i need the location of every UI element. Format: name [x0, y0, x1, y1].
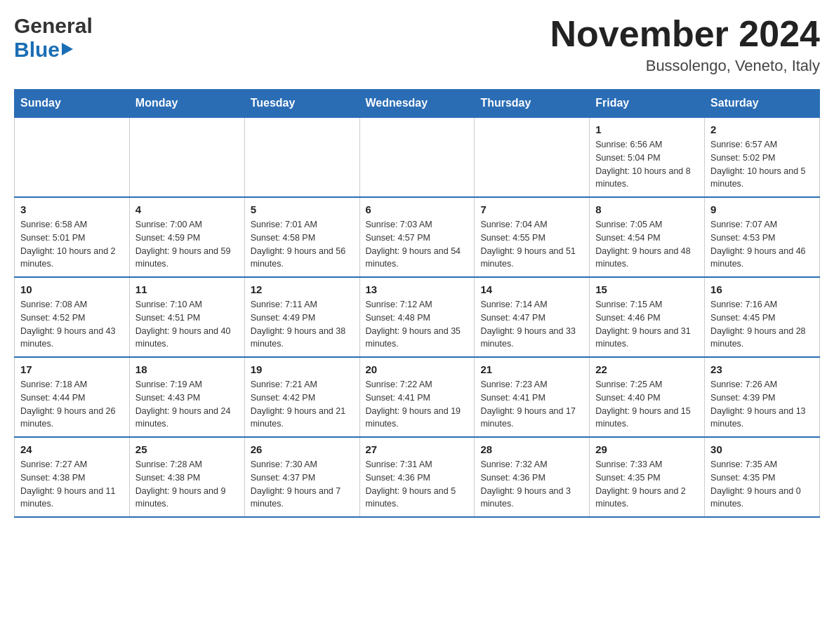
day-number: 24 — [20, 443, 124, 455]
day-info: Sunrise: 7:26 AMSunset: 4:39 PMDaylight:… — [710, 378, 814, 431]
month-title: November 2024 — [550, 14, 820, 54]
calendar-week-row: 10Sunrise: 7:08 AMSunset: 4:52 PMDayligh… — [15, 277, 820, 357]
day-info: Sunrise: 7:14 AMSunset: 4:47 PMDaylight:… — [480, 298, 583, 351]
calendar-cell: 30Sunrise: 7:35 AMSunset: 4:35 PMDayligh… — [705, 437, 820, 517]
calendar-cell: 24Sunrise: 7:27 AMSunset: 4:38 PMDayligh… — [15, 437, 130, 517]
day-info: Sunrise: 7:01 AMSunset: 4:58 PMDaylight:… — [251, 218, 354, 271]
page-header: General Blue November 2024 Bussolengo, V… — [14, 14, 820, 75]
day-number: 30 — [710, 443, 814, 455]
calendar-cell: 8Sunrise: 7:05 AMSunset: 4:54 PMDaylight… — [590, 197, 705, 277]
calendar-cell: 18Sunrise: 7:19 AMSunset: 4:43 PMDayligh… — [129, 357, 244, 437]
day-info: Sunrise: 7:11 AMSunset: 4:49 PMDaylight:… — [251, 298, 354, 351]
calendar-cell: 23Sunrise: 7:26 AMSunset: 4:39 PMDayligh… — [705, 357, 820, 437]
day-number: 13 — [366, 283, 469, 295]
calendar-cell: 1Sunrise: 6:56 AMSunset: 5:04 PMDaylight… — [590, 117, 705, 197]
title-area: November 2024 Bussolengo, Veneto, Italy — [550, 14, 820, 75]
calendar-cell: 21Sunrise: 7:23 AMSunset: 4:41 PMDayligh… — [475, 357, 590, 437]
calendar-cell: 11Sunrise: 7:10 AMSunset: 4:51 PMDayligh… — [129, 277, 244, 357]
day-info: Sunrise: 7:30 AMSunset: 4:37 PMDaylight:… — [251, 458, 354, 511]
day-number: 5 — [251, 203, 354, 215]
calendar-cell: 6Sunrise: 7:03 AMSunset: 4:57 PMDaylight… — [359, 197, 475, 277]
day-info: Sunrise: 7:35 AMSunset: 4:35 PMDaylight:… — [710, 458, 814, 511]
calendar-cell: 2Sunrise: 6:57 AMSunset: 5:02 PMDaylight… — [705, 117, 820, 197]
day-info: Sunrise: 7:12 AMSunset: 4:48 PMDaylight:… — [366, 298, 469, 351]
day-info: Sunrise: 7:22 AMSunset: 4:41 PMDaylight:… — [366, 378, 469, 431]
day-number: 6 — [366, 203, 469, 215]
calendar-cell: 12Sunrise: 7:11 AMSunset: 4:49 PMDayligh… — [244, 277, 359, 357]
day-number: 27 — [366, 443, 469, 455]
logo-blue-text: Blue — [14, 38, 60, 62]
day-number: 4 — [135, 203, 239, 215]
calendar-cell: 20Sunrise: 7:22 AMSunset: 4:41 PMDayligh… — [359, 357, 475, 437]
day-info: Sunrise: 7:16 AMSunset: 4:45 PMDaylight:… — [710, 298, 814, 351]
day-number: 7 — [480, 203, 583, 215]
day-number: 19 — [251, 363, 354, 375]
day-info: Sunrise: 7:15 AMSunset: 4:46 PMDaylight:… — [595, 298, 699, 351]
day-info: Sunrise: 6:56 AMSunset: 5:04 PMDaylight:… — [595, 138, 699, 191]
calendar-day-header-saturday: Saturday — [705, 90, 820, 118]
logo-triangle-icon — [62, 43, 73, 55]
day-info: Sunrise: 7:32 AMSunset: 4:36 PMDaylight:… — [480, 458, 583, 511]
calendar-week-row: 17Sunrise: 7:18 AMSunset: 4:44 PMDayligh… — [15, 357, 820, 437]
calendar-cell: 15Sunrise: 7:15 AMSunset: 4:46 PMDayligh… — [590, 277, 705, 357]
day-info: Sunrise: 7:08 AMSunset: 4:52 PMDaylight:… — [20, 298, 124, 351]
calendar-week-row: 24Sunrise: 7:27 AMSunset: 4:38 PMDayligh… — [15, 437, 820, 517]
day-info: Sunrise: 6:57 AMSunset: 5:02 PMDaylight:… — [710, 138, 814, 191]
calendar-day-header-sunday: Sunday — [15, 90, 130, 118]
day-number: 18 — [135, 363, 239, 375]
location-text: Bussolengo, Veneto, Italy — [550, 57, 820, 75]
day-number: 25 — [135, 443, 239, 455]
day-number: 17 — [20, 363, 124, 375]
calendar-cell: 16Sunrise: 7:16 AMSunset: 4:45 PMDayligh… — [705, 277, 820, 357]
day-number: 22 — [595, 363, 699, 375]
calendar-cell: 9Sunrise: 7:07 AMSunset: 4:53 PMDaylight… — [705, 197, 820, 277]
calendar-day-header-monday: Monday — [129, 90, 244, 118]
day-number: 11 — [135, 283, 239, 295]
day-info: Sunrise: 7:03 AMSunset: 4:57 PMDaylight:… — [366, 218, 469, 271]
day-info: Sunrise: 7:33 AMSunset: 4:35 PMDaylight:… — [595, 458, 699, 511]
calendar-cell: 13Sunrise: 7:12 AMSunset: 4:48 PMDayligh… — [359, 277, 475, 357]
day-number: 26 — [251, 443, 354, 455]
calendar-day-header-tuesday: Tuesday — [244, 90, 359, 118]
day-number: 16 — [710, 283, 814, 295]
day-number: 9 — [710, 203, 814, 215]
day-number: 10 — [20, 283, 124, 295]
calendar-week-row: 1Sunrise: 6:56 AMSunset: 5:04 PMDaylight… — [15, 117, 820, 197]
day-info: Sunrise: 7:00 AMSunset: 4:59 PMDaylight:… — [135, 218, 239, 271]
calendar-cell: 29Sunrise: 7:33 AMSunset: 4:35 PMDayligh… — [590, 437, 705, 517]
logo-general-text: General — [14, 14, 93, 38]
calendar-cell: 3Sunrise: 6:58 AMSunset: 5:01 PMDaylight… — [15, 197, 130, 277]
day-info: Sunrise: 7:04 AMSunset: 4:55 PMDaylight:… — [480, 218, 583, 271]
calendar-cell — [244, 117, 359, 197]
calendar-cell — [15, 117, 130, 197]
day-number: 8 — [595, 203, 699, 215]
day-info: Sunrise: 7:18 AMSunset: 4:44 PMDaylight:… — [20, 378, 124, 431]
calendar-cell: 7Sunrise: 7:04 AMSunset: 4:55 PMDaylight… — [475, 197, 590, 277]
day-number: 2 — [710, 123, 814, 135]
day-number: 14 — [480, 283, 583, 295]
calendar-day-header-wednesday: Wednesday — [359, 90, 475, 118]
logo: General Blue — [14, 14, 93, 62]
day-info: Sunrise: 6:58 AMSunset: 5:01 PMDaylight:… — [20, 218, 124, 271]
calendar-cell: 26Sunrise: 7:30 AMSunset: 4:37 PMDayligh… — [244, 437, 359, 517]
calendar-cell: 22Sunrise: 7:25 AMSunset: 4:40 PMDayligh… — [590, 357, 705, 437]
day-number: 1 — [595, 123, 699, 135]
day-number: 15 — [595, 283, 699, 295]
day-info: Sunrise: 7:19 AMSunset: 4:43 PMDaylight:… — [135, 378, 239, 431]
day-info: Sunrise: 7:05 AMSunset: 4:54 PMDaylight:… — [595, 218, 699, 271]
calendar-cell — [359, 117, 475, 197]
day-info: Sunrise: 7:21 AMSunset: 4:42 PMDaylight:… — [251, 378, 354, 431]
day-info: Sunrise: 7:27 AMSunset: 4:38 PMDaylight:… — [20, 458, 124, 511]
day-number: 29 — [595, 443, 699, 455]
calendar-cell — [475, 117, 590, 197]
day-info: Sunrise: 7:28 AMSunset: 4:38 PMDaylight:… — [135, 458, 239, 511]
calendar-cell: 28Sunrise: 7:32 AMSunset: 4:36 PMDayligh… — [475, 437, 590, 517]
calendar-week-row: 3Sunrise: 6:58 AMSunset: 5:01 PMDaylight… — [15, 197, 820, 277]
day-info: Sunrise: 7:31 AMSunset: 4:36 PMDaylight:… — [366, 458, 469, 511]
calendar-cell: 10Sunrise: 7:08 AMSunset: 4:52 PMDayligh… — [15, 277, 130, 357]
calendar-day-header-thursday: Thursday — [475, 90, 590, 118]
calendar-cell: 27Sunrise: 7:31 AMSunset: 4:36 PMDayligh… — [359, 437, 475, 517]
day-info: Sunrise: 7:07 AMSunset: 4:53 PMDaylight:… — [710, 218, 814, 271]
calendar-day-header-friday: Friday — [590, 90, 705, 118]
calendar-cell: 14Sunrise: 7:14 AMSunset: 4:47 PMDayligh… — [475, 277, 590, 357]
